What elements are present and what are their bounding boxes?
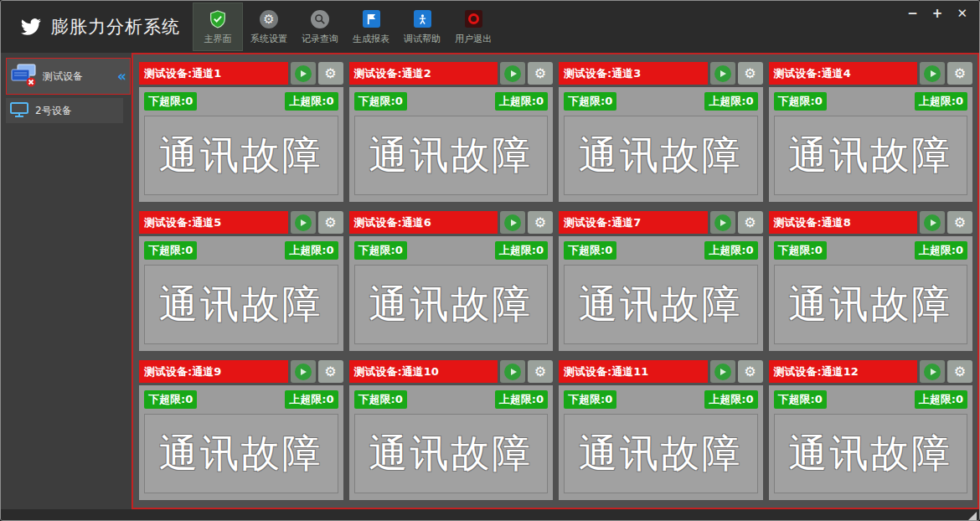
toolbar-button-help[interactable]: 调试帮助 [398,3,446,50]
close-button[interactable]: ✕ [957,8,967,20]
channel-card-header: 测试设备:通道7 ⚙ [559,211,763,234]
channel-card: 测试设备:通道7 ⚙ 下超限:0 上超限:0 通讯故障 [559,211,763,351]
sidebar-item-device-2[interactable]: 2号设备 [6,98,123,123]
start-button[interactable] [710,360,735,383]
channel-card-body: 下超限:0 上超限:0 通讯故障 [349,385,554,500]
channel-settings-button[interactable]: ⚙ [528,211,553,234]
exit-power-icon [463,9,483,29]
titlebar: 膨胀力分析系统 主界面 ⚙ 系统设置 记录查询 [1,1,979,53]
start-button[interactable] [710,62,735,85]
channel-settings-button[interactable]: ⚙ [318,62,343,85]
status-text: 通讯故障 [369,130,533,182]
start-button[interactable] [500,360,525,383]
toolbar-button-report[interactable]: 生成报表 [347,3,395,50]
channel-card-header: 测试设备:通道4 ⚙ [769,62,973,85]
sidebar-item-test-device[interactable]: 测试设备 « [6,58,131,95]
lower-limit-badge: 下超限:0 [774,390,827,409]
channel-card-body: 下超限:0 上超限:0 通讯故障 [559,87,763,202]
status-panel: 通讯故障 [774,414,968,493]
limit-badges: 下超限:0 上超限:0 [564,241,758,260]
channel-card-body: 下超限:0 上超限:0 通讯故障 [139,385,343,500]
gear-icon: ⚙ [954,365,966,379]
toolbar-button-exit[interactable]: 用户退出 [449,3,498,50]
channel-card-body: 下超限:0 上超限:0 通讯故障 [769,87,973,202]
channel-settings-button[interactable]: ⚙ [738,62,763,85]
play-icon [295,65,312,82]
channel-card: 测试设备:通道11 ⚙ 下超限:0 上超限:0 通讯故障 [559,360,763,500]
toolbar-button-label: 记录查询 [302,33,338,45]
channel-settings-button[interactable]: ⚙ [738,360,763,383]
channel-card-body: 下超限:0 上超限:0 通讯故障 [769,385,973,500]
device-sidebar: 测试设备 « 2号设备 [1,53,132,509]
toolbar-button-records[interactable]: 记录查询 [296,3,344,50]
channel-settings-button[interactable]: ⚙ [947,211,972,234]
status-panel: 通讯故障 [564,116,758,195]
channel-card: 测试设备:通道9 ⚙ 下超限:0 上超限:0 通讯故障 [139,360,343,500]
gear-icon: ⚙ [324,365,336,379]
content: 测试设备 « 2号设备 测试设备:通道1 [1,53,979,509]
maximize-button[interactable]: + [932,8,943,20]
channel-card-body: 下超限:0 上超限:0 通讯故障 [559,236,763,351]
toolbar-button-settings[interactable]: ⚙ 系统设置 [245,3,293,50]
start-button[interactable] [920,360,945,383]
status-text: 通讯故障 [579,279,743,331]
channel-card-body: 下超限:0 上超限:0 通讯故障 [349,236,554,351]
status-panel: 通讯故障 [564,265,758,344]
channel-card-body: 下超限:0 上超限:0 通讯故障 [769,236,973,351]
limit-badges: 下超限:0 上超限:0 [354,92,549,111]
resize-grip[interactable] [968,512,977,520]
channel-card-body: 下超限:0 上超限:0 通讯故障 [349,87,554,202]
lower-limit-badge: 下超限:0 [774,241,827,260]
status-text: 通讯故障 [788,130,952,182]
upper-limit-badge: 上超限:0 [915,241,967,260]
upper-limit-badge: 上超限:0 [915,92,967,111]
limit-badges: 下超限:0 上超限:0 [144,92,338,111]
channel-card: 测试设备:通道3 ⚙ 下超限:0 上超限:0 通讯故障 [559,62,763,202]
channel-card-header: 测试设备:通道10 ⚙ [349,360,554,383]
toolbar-button-label: 主界面 [204,33,232,45]
upper-limit-badge: 上超限:0 [704,241,757,260]
lower-limit-badge: 下超限:0 [564,92,616,111]
start-button[interactable] [291,62,316,85]
play-icon [924,65,941,82]
upper-limit-badge: 上超限:0 [704,390,757,409]
limit-badges: 下超限:0 上超限:0 [564,390,758,409]
channel-settings-button[interactable]: ⚙ [947,360,972,383]
lower-limit-badge: 下超限:0 [564,390,616,409]
channel-grid: 测试设备:通道1 ⚙ 下超限:0 上超限:0 通讯故障 测试设备:通道2 [133,54,977,508]
start-button[interactable] [500,211,525,234]
gear-icon: ⚙ [744,365,756,379]
gear-icon: ⚙ [744,67,756,80]
channel-card: 测试设备:通道6 ⚙ 下超限:0 上超限:0 通讯故障 [349,211,554,351]
status-panel: 通讯故障 [144,265,338,344]
channel-settings-button[interactable]: ⚙ [528,360,553,383]
start-button[interactable] [920,62,945,85]
upper-limit-badge: 上超限:0 [495,92,548,111]
toolbar-button-label: 生成报表 [353,33,389,45]
start-button[interactable] [710,211,735,234]
channel-settings-button[interactable]: ⚙ [528,62,553,85]
channel-title: 测试设备:通道2 [349,62,498,85]
channel-card-header: 测试设备:通道9 ⚙ [139,360,343,383]
minimize-button[interactable]: − [907,8,918,20]
upper-limit-badge: 上超限:0 [285,390,338,409]
status-panel: 通讯故障 [564,414,758,493]
channel-settings-button[interactable]: ⚙ [318,211,343,234]
collapse-sidebar-icon[interactable]: « [117,68,126,85]
channel-title: 测试设备:通道1 [139,62,288,85]
status-text: 通讯故障 [788,428,952,480]
channel-card-header: 测试设备:通道1 ⚙ [139,62,343,85]
gear-icon: ⚙ [324,67,336,80]
status-text: 通讯故障 [159,279,323,331]
channel-settings-button[interactable]: ⚙ [738,211,763,234]
toolbar-button-main[interactable]: 主界面 [193,3,242,50]
channel-settings-button[interactable]: ⚙ [947,62,972,85]
start-button[interactable] [291,360,316,383]
channel-card: 测试设备:通道5 ⚙ 下超限:0 上超限:0 通讯故障 [139,211,343,351]
start-button[interactable] [920,211,945,234]
start-button[interactable] [500,62,525,85]
start-button[interactable] [291,211,316,234]
channel-title: 测试设备:通道8 [769,211,918,234]
lower-limit-badge: 下超限:0 [144,241,197,260]
channel-settings-button[interactable]: ⚙ [318,360,343,383]
